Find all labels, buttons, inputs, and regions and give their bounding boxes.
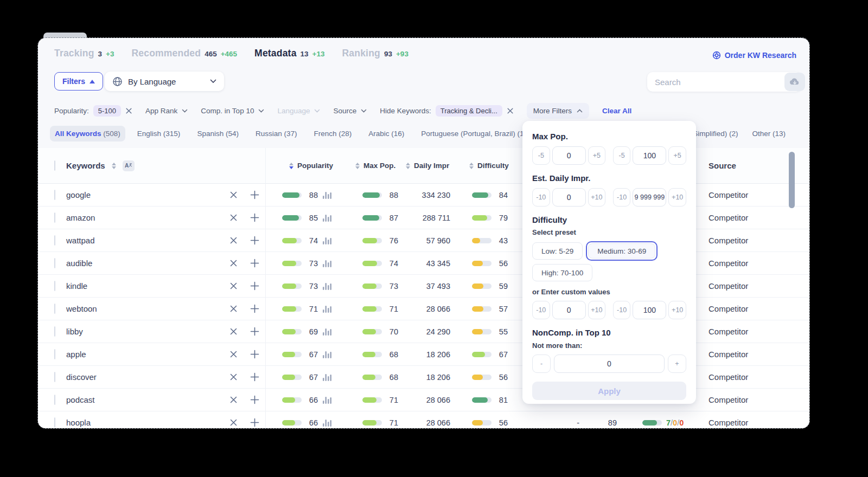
search-input[interactable] [654,77,786,87]
remove-keyword-icon[interactable] [222,373,244,381]
dailyimpr-max-input[interactable] [633,188,666,207]
export-button[interactable] [784,73,805,91]
row-checkbox[interactable] [54,326,55,337]
filters-button[interactable]: Filters [54,72,103,91]
group-by-language-dropdown[interactable]: By Language [105,72,224,91]
history-bar-chart-icon[interactable] [322,327,332,336]
order-kw-research-link[interactable]: Order KW Research [712,51,796,60]
maxpop-max-increase-button[interactable]: +5 [668,146,686,165]
row-checkbox[interactable] [54,190,55,200]
vertical-scrollbar[interactable] [789,152,795,208]
language-tab-french[interactable]: French (28) [309,126,356,141]
noncomp-input[interactable] [554,354,665,373]
history-bar-chart-icon[interactable] [322,214,332,222]
row-checkbox[interactable] [54,417,55,428]
language-tab-english[interactable]: English (315) [132,126,186,141]
dailyimpr-min-increase-button[interactable]: +10 [588,188,606,207]
filter-chip-source[interactable]: Source [333,107,367,115]
remove-keyword-icon[interactable] [222,327,244,336]
history-bar-chart-icon[interactable] [322,305,332,313]
row-checkbox[interactable] [54,258,55,268]
dailyimpr-min-input[interactable] [552,188,586,207]
more-filters-button[interactable]: More Filters [527,103,589,119]
difficulty-min-decrease-button[interactable]: -10 [532,301,550,319]
history-bar-chart-icon[interactable] [322,282,332,290]
noncomp-increase-button[interactable]: + [668,354,686,373]
add-keyword-icon[interactable] [244,395,265,404]
remove-keyword-icon[interactable] [222,350,244,358]
remove-keyword-icon[interactable] [222,214,244,222]
remove-filter-icon[interactable] [125,107,132,114]
add-keyword-icon[interactable] [244,304,265,313]
filter-chip-comp-in-top-10[interactable]: Comp. in Top 10 [201,107,264,115]
preset-medium-button[interactable]: Medium: 30-69 [588,243,655,259]
add-keyword-icon[interactable] [244,327,265,336]
row-checkbox[interactable] [54,235,55,246]
history-bar-chart-icon[interactable] [322,418,332,427]
filter-chip-popularity[interactable]: Popularity:5-100 [54,105,132,117]
filter-chip-language[interactable]: Language [277,107,320,115]
maxpop-sort-icon[interactable] [355,163,360,169]
select-all-checkbox[interactable] [54,160,55,171]
add-keyword-icon[interactable] [244,259,265,268]
language-tab-arabic[interactable]: Arabic (16) [363,126,409,141]
difficulty-min-increase-button[interactable]: +10 [588,301,606,319]
remove-filter-icon[interactable] [507,107,514,114]
difficulty-min-input[interactable] [552,301,586,319]
maxpop-min-decrease-button[interactable]: -5 [532,146,550,165]
add-keyword-icon[interactable] [244,372,265,382]
remove-keyword-icon[interactable] [222,236,244,244]
language-tab-spanish[interactable]: Spanish (54) [192,126,244,141]
filter-chip-hide-keywords[interactable]: Hide Keywords:Tracking & Decli... [380,105,514,117]
history-bar-chart-icon[interactable] [322,350,332,358]
preset-high-button[interactable]: High: 70-100 [532,264,592,281]
tab-recommended[interactable]: Recommended465+465 [132,48,238,59]
difficulty-max-decrease-button[interactable]: -10 [613,301,631,319]
difficulty-max-increase-button[interactable]: +10 [668,301,686,319]
row-checkbox[interactable] [54,304,55,314]
add-keyword-icon[interactable] [244,213,265,222]
language-tab-other[interactable]: Other (13) [752,126,786,141]
apply-button[interactable]: Apply [532,382,686,400]
row-checkbox[interactable] [54,212,55,223]
remove-keyword-icon[interactable] [222,259,244,267]
remove-keyword-icon[interactable] [222,418,244,427]
add-keyword-icon[interactable] [244,281,265,291]
tab-tracking[interactable]: Tracking3+3 [54,48,114,59]
dailyimpr-max-decrease-button[interactable]: -10 [613,188,631,207]
maxpop-max-input[interactable] [633,146,666,165]
add-keyword-icon[interactable] [244,350,265,359]
language-tab-all-keywords[interactable]: All Keywords (508) [50,126,125,141]
filter-chip-app-rank[interactable]: App Rank [145,107,188,115]
clear-all-button[interactable]: Clear All [602,107,631,115]
dailyimpr-max-increase-button[interactable]: +10 [668,188,686,207]
dailyimpr-sort-icon[interactable] [406,163,410,169]
add-keyword-icon[interactable] [244,190,265,199]
history-bar-chart-icon[interactable] [322,373,332,381]
remove-keyword-icon[interactable] [222,305,244,313]
dailyimpr-min-decrease-button[interactable]: -10 [532,188,550,207]
row-checkbox[interactable] [54,281,55,291]
translate-icon[interactable]: A [123,160,135,171]
difficulty-sort-icon[interactable] [469,163,474,169]
preset-low-button[interactable]: Low: 5-29 [532,242,583,260]
popularity-sort-icon[interactable] [289,163,293,169]
keywords-sort-icon[interactable] [112,163,116,169]
language-tab-russian[interactable]: Russian (37) [251,126,302,141]
language-tab-portuguese-portugal-brazil[interactable]: Portuguese (Portugal, Brazil) (15) [416,126,535,141]
history-bar-chart-icon[interactable] [322,191,332,199]
noncomp-decrease-button[interactable]: - [532,354,551,373]
remove-keyword-icon[interactable] [222,191,244,199]
maxpop-min-input[interactable] [552,146,586,165]
difficulty-max-input[interactable] [633,301,666,319]
tab-ranking[interactable]: Ranking93+93 [342,48,409,59]
maxpop-max-decrease-button[interactable]: -5 [613,146,631,165]
tab-metadata[interactable]: Metadata13+13 [254,48,324,59]
maxpop-min-increase-button[interactable]: +5 [588,146,606,165]
remove-keyword-icon[interactable] [222,396,244,404]
row-checkbox[interactable] [54,349,55,359]
remove-keyword-icon[interactable] [222,282,244,290]
language-tab-simplified[interactable]: Simplified) (2) [693,126,738,141]
history-bar-chart-icon[interactable] [322,236,332,244]
history-bar-chart-icon[interactable] [322,396,332,404]
